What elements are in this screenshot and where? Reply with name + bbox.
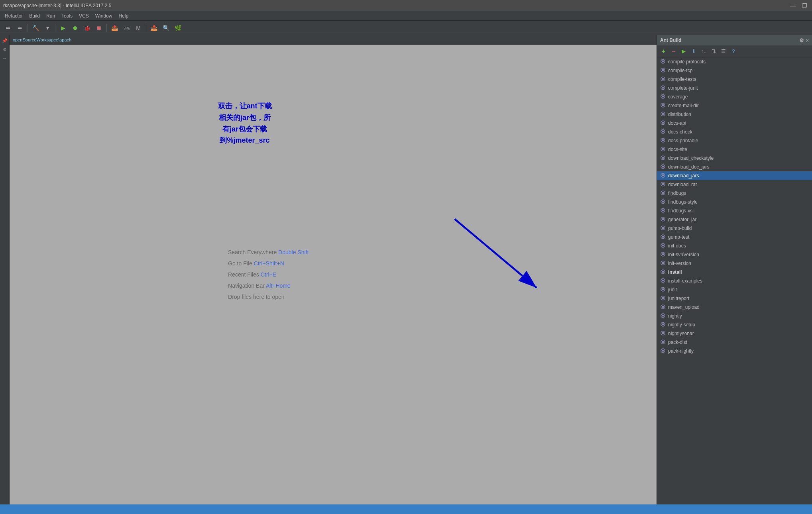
ant-item-gump-test[interactable]: gump-test bbox=[657, 233, 812, 241]
svg-point-53 bbox=[662, 279, 664, 281]
ant-item-label: nightly-setup bbox=[668, 322, 695, 328]
ant-item-download_checkstyle[interactable]: download_checkstyle bbox=[657, 154, 812, 163]
toolbar-make-button[interactable]: 🔨 bbox=[30, 22, 41, 33]
ant-target-icon bbox=[660, 190, 666, 197]
ant-item-junitreport[interactable]: junitreport bbox=[657, 294, 812, 303]
ant-item-init-svnVersion[interactable]: init-svnVersion bbox=[657, 250, 812, 259]
ant-item-findbugs-style[interactable]: findbugs-style bbox=[657, 198, 812, 206]
toolbar-separator-4 bbox=[146, 24, 146, 32]
ant-item-init-docs[interactable]: init-docs bbox=[657, 241, 812, 250]
ant-item-label: docs-api bbox=[668, 120, 686, 126]
toolbar-coverage-button[interactable]: ⏺ bbox=[69, 22, 81, 33]
ant-columns-button[interactable]: ☰ bbox=[719, 47, 728, 56]
ant-item-nightly[interactable]: nightly bbox=[657, 312, 812, 320]
ant-target-icon bbox=[660, 313, 666, 320]
ant-item-generator_jar[interactable]: generator_jar bbox=[657, 215, 812, 224]
ant-item-findbugs-xsl[interactable]: findbugs-xsl bbox=[657, 206, 812, 215]
ant-item-compile-protocols[interactable]: compile-protocols bbox=[657, 57, 812, 66]
toolbar-debug-button[interactable]: 🐞 bbox=[81, 22, 92, 33]
ant-item-pack-nightly[interactable]: pack-nightly bbox=[657, 347, 812, 355]
ant-item-nightly-setup[interactable]: nightly-setup bbox=[657, 320, 812, 329]
ant-close-icon[interactable]: × bbox=[806, 37, 809, 43]
ant-item-label: compile-protocols bbox=[668, 59, 706, 65]
ant-item-complete-junit[interactable]: complete-junit bbox=[657, 84, 812, 92]
ant-item-download_rat[interactable]: download_rat bbox=[657, 180, 812, 189]
svg-point-55 bbox=[662, 288, 664, 290]
ant-run-button[interactable]: ▶ bbox=[679, 47, 688, 56]
ant-item-coverage[interactable]: coverage bbox=[657, 92, 812, 101]
menu-help[interactable]: Help bbox=[115, 12, 132, 20]
ant-target-icon bbox=[660, 137, 666, 144]
left-tab-pin[interactable]: 📌 bbox=[1, 37, 9, 45]
ant-add-button[interactable]: + bbox=[659, 47, 668, 56]
ant-target-icon bbox=[660, 94, 666, 100]
toolbar-deploy-button[interactable]: 📤 bbox=[109, 22, 120, 33]
toolbar-dropdown-button[interactable]: ▾ bbox=[42, 22, 53, 33]
ant-target-icon bbox=[660, 322, 666, 328]
svg-point-65 bbox=[662, 332, 664, 334]
ant-item-compile-tcp[interactable]: compile-tcp bbox=[657, 66, 812, 75]
ant-item-download_doc_jars[interactable]: download_doc_jars bbox=[657, 163, 812, 171]
toolbar-search-button[interactable]: 🔍 bbox=[160, 22, 171, 33]
left-tab-settings[interactable]: ⚙ bbox=[1, 45, 9, 53]
ant-item-gump-build[interactable]: gump-build bbox=[657, 224, 812, 233]
ant-build-header-actions: ⚙ × bbox=[799, 37, 809, 43]
ant-item-install-examples[interactable]: install-examples bbox=[657, 277, 812, 285]
left-tab-expand[interactable]: ↔ bbox=[1, 54, 9, 62]
menu-window[interactable]: Window bbox=[92, 12, 116, 20]
hint-goto-shortcut: Ctrl+Shift+N bbox=[254, 260, 284, 267]
ant-item-docs-site[interactable]: docs-site bbox=[657, 145, 812, 154]
ant-item-distribution[interactable]: distribution bbox=[657, 110, 812, 119]
menu-build[interactable]: Build bbox=[26, 12, 43, 20]
ant-target-icon bbox=[660, 120, 666, 127]
toolbar-vcs-button[interactable]: 🌿 bbox=[172, 22, 183, 33]
minimize-button[interactable]: — bbox=[788, 2, 797, 9]
menu-tools[interactable]: Tools bbox=[58, 12, 76, 20]
toolbar-run-button[interactable]: ▶ bbox=[57, 22, 69, 33]
toolbar-back-button[interactable]: ⬅ bbox=[2, 22, 14, 33]
ant-item-junit[interactable]: junit bbox=[657, 285, 812, 294]
ant-build-list[interactable]: compile-protocols compile-tcp compile-te… bbox=[657, 57, 812, 504]
ant-settings-icon[interactable]: ⚙ bbox=[799, 37, 804, 43]
toolbar-separator-1 bbox=[28, 24, 28, 32]
ant-item-label: nightly bbox=[668, 313, 682, 319]
ant-item-nightlysonar[interactable]: nightlysonar bbox=[657, 329, 812, 338]
ant-item-docs-api[interactable]: docs-api bbox=[657, 119, 812, 128]
ant-item-create-mail-dir[interactable]: create-mail-dir bbox=[657, 101, 812, 110]
svg-point-19 bbox=[662, 130, 664, 132]
ant-item-docs-printable[interactable]: docs-printable bbox=[657, 136, 812, 145]
ant-item-docs-check[interactable]: docs-check bbox=[657, 128, 812, 136]
ant-item-label: gump-build bbox=[668, 226, 692, 231]
ant-item-init-version[interactable]: init-version bbox=[657, 259, 812, 268]
menu-refactor[interactable]: Refactor bbox=[2, 12, 26, 20]
ant-target-icon bbox=[660, 102, 666, 109]
hint-search-shortcut: Double Shift bbox=[278, 249, 309, 255]
menu-run[interactable]: Run bbox=[43, 12, 58, 20]
ant-item-findbugs[interactable]: findbugs bbox=[657, 189, 812, 198]
toolbar-maven-button[interactable]: M bbox=[133, 22, 144, 33]
ant-item-pack-dist[interactable]: pack-dist bbox=[657, 338, 812, 347]
editor-hints: Search Everywhere Double Shift Go to Fil… bbox=[228, 247, 309, 302]
ant-sort-asc-button[interactable]: ↑↓ bbox=[699, 47, 708, 56]
menu-vcs[interactable]: VCS bbox=[76, 12, 92, 20]
svg-line-1 bbox=[455, 219, 537, 288]
ant-target-icon bbox=[660, 208, 666, 214]
toolbar-forward-button[interactable]: ➡ bbox=[14, 22, 26, 33]
svg-point-59 bbox=[662, 306, 664, 308]
ant-item-label: docs-printable bbox=[668, 138, 698, 143]
ant-remove-button[interactable]: − bbox=[669, 47, 678, 56]
ant-target-icon bbox=[660, 216, 666, 223]
ant-item-maven_upload[interactable]: maven_upload bbox=[657, 303, 812, 312]
ant-sort-desc-button[interactable]: ⇅ bbox=[709, 47, 718, 56]
maximize-button[interactable]: ❐ bbox=[800, 2, 809, 9]
ant-item-label: maven_upload bbox=[668, 304, 700, 310]
toolbar-terminal-button[interactable]: 📥 bbox=[148, 22, 159, 33]
ant-target-icon bbox=[660, 286, 666, 293]
toolbar-stop-button[interactable]: ⏹ bbox=[93, 22, 104, 33]
toolbar-ant-button[interactable]: 🐜 bbox=[121, 22, 132, 33]
ant-item-download_jars[interactable]: download_jars bbox=[657, 171, 812, 180]
ant-filter-button[interactable]: ⬇ bbox=[689, 47, 698, 56]
ant-item-install[interactable]: install bbox=[657, 268, 812, 277]
ant-item-compile-tests[interactable]: compile-tests bbox=[657, 75, 812, 84]
ant-help-button[interactable]: ? bbox=[729, 47, 738, 56]
